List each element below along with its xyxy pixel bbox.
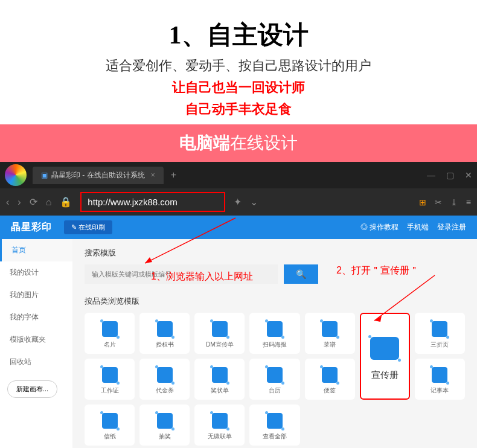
cat-item[interactable]: 无碳联单 (194, 405, 245, 446)
search-button[interactable]: 🔍 (284, 264, 318, 284)
red-slogan-2: 自己动手丰衣足食 (12, 100, 465, 118)
subtitle: 适合爱创作、爱动手、按自己思路设计的用户 (12, 57, 465, 75)
browser-logo-icon (5, 164, 27, 186)
cat-icon (267, 321, 283, 337)
cat-item[interactable]: 授权书 (139, 313, 190, 354)
cat-icon (102, 413, 118, 429)
cat-icon (267, 367, 283, 383)
cat-item-brochure-featured[interactable]: 宣传册 (360, 313, 410, 400)
mobile-link[interactable]: 手机端 (407, 222, 429, 232)
cat-item[interactable]: 名片 (85, 313, 135, 354)
tutorial-link[interactable]: ◎ 操作教程 (360, 222, 399, 232)
minimize-icon[interactable]: — (427, 170, 435, 180)
cat-icon (322, 367, 338, 383)
cat-icon (212, 321, 228, 337)
chevron-down-icon[interactable]: ⌄ (250, 196, 258, 208)
cat-item[interactable]: 菜谱 (305, 313, 355, 354)
url-input[interactable]: http://www.jxzk88.com (80, 192, 225, 212)
new-canvas-button[interactable]: 新建画布... (7, 380, 57, 398)
cat-item[interactable]: 台历 (249, 359, 299, 400)
annotation-2: 2、打开＂宣传册＂ (336, 264, 419, 284)
cat-item[interactable]: 记事本 (415, 359, 465, 400)
back-icon[interactable]: ‹ (6, 197, 9, 208)
maximize-icon[interactable]: ▢ (446, 170, 454, 180)
sidebar: 首页 我的设计 我的图片 我的字体 模版收藏夹 回收站 新建画布... (0, 239, 72, 448)
app-logo[interactable]: 晶星彩印 (11, 221, 52, 234)
scissors-icon[interactable]: ✂ (435, 197, 442, 207)
cat-icon (157, 321, 173, 337)
reload-icon[interactable]: ⟳ (30, 196, 37, 208)
apps-grid-icon[interactable]: ⊞ (419, 197, 426, 207)
sidebar-item-home[interactable]: 首页 (0, 239, 72, 261)
sparkle-icon[interactable]: ✦ (234, 196, 242, 208)
forward-icon[interactable]: › (18, 197, 21, 208)
new-tab-button[interactable]: + (171, 170, 176, 181)
cat-item[interactable]: 便签 (305, 359, 355, 400)
tab-title: 晶星彩印 - 在线自助设计系统 (51, 170, 145, 181)
main-title: 1、自主设计 (12, 18, 465, 52)
home-icon[interactable]: ⌂ (46, 197, 52, 208)
download-icon[interactable]: ⤓ (450, 197, 458, 207)
cat-item[interactable]: 奖状单 (194, 359, 245, 400)
cat-item[interactable]: 三折页 (415, 313, 465, 354)
cat-item[interactable]: 信纸 (85, 405, 135, 446)
cat-icon (102, 367, 118, 383)
search-section-title: 搜索模版 (85, 248, 465, 258)
app-header: 晶星彩印 ✎ 在线印刷 ◎ 操作教程 手机端 登录注册 (0, 216, 477, 239)
category-grid: 名片 授权书 DM宣传单 扫码海报 菜谱 宣传册 三折页 工作证 代金券 奖状单… (85, 313, 465, 446)
cat-item[interactable]: 抽奖 (139, 405, 190, 446)
sidebar-item-favorites[interactable]: 模版收藏夹 (0, 328, 72, 351)
sidebar-item-my-fonts[interactable]: 我的字体 (0, 306, 72, 328)
cat-item[interactable]: 扫码海报 (249, 313, 299, 354)
cat-icon (157, 413, 173, 429)
cat-item[interactable]: 代金券 (139, 359, 190, 400)
red-slogan-1: 让自己也当一回设计师 (12, 78, 465, 97)
sidebar-item-trash[interactable]: 回收站 (0, 351, 72, 373)
tab-favicon: ▣ (41, 171, 48, 179)
sidebar-item-my-images[interactable]: 我的图片 (0, 284, 72, 306)
close-window-icon[interactable]: ✕ (465, 170, 472, 180)
cat-icon (432, 367, 447, 383)
menu-icon[interactable]: ≡ (466, 197, 471, 207)
cat-icon (212, 367, 228, 383)
brochure-icon (370, 337, 399, 360)
tab-close-icon[interactable]: × (151, 171, 155, 179)
cat-item-view-all[interactable]: 查看全部 (249, 405, 299, 446)
browser-tab[interactable]: ▣ 晶星彩印 - 在线自助设计系统 × (33, 167, 164, 184)
cat-item[interactable]: DM宣传单 (194, 313, 245, 354)
sidebar-item-my-designs[interactable]: 我的设计 (0, 261, 72, 284)
lock-icon: 🔒 (60, 196, 72, 208)
cat-icon (212, 413, 228, 429)
online-print-button[interactable]: ✎ 在线印刷 (64, 220, 112, 234)
cat-item[interactable]: 工作证 (85, 359, 135, 400)
cat-icon (157, 367, 173, 383)
cat-icon (102, 321, 118, 337)
banner: 电脑端在线设计 (0, 124, 477, 162)
category-section-title: 按品类浏览模版 (85, 296, 465, 307)
cat-icon (322, 321, 338, 337)
browser-window: ▣ 晶星彩印 - 在线自助设计系统 × + — ▢ ✕ ‹ › ⟳ ⌂ 🔒 ht… (0, 162, 477, 216)
cat-icon (267, 413, 283, 429)
cat-icon (432, 321, 447, 337)
template-search-input[interactable] (85, 264, 278, 284)
login-link[interactable]: 登录注册 (437, 222, 466, 232)
